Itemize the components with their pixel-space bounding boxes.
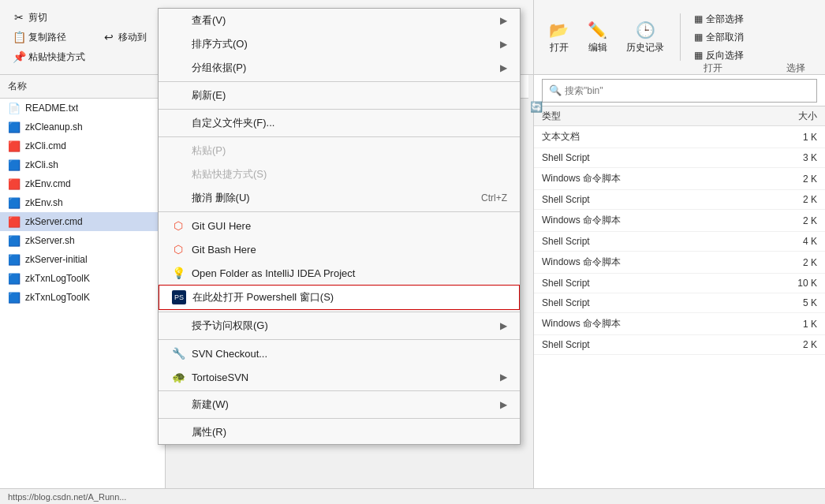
menu-icon xyxy=(171,13,185,28)
move-to-button[interactable]: ↩ 移动到 xyxy=(98,29,151,46)
menu-item[interactable]: 刷新(E) xyxy=(159,84,520,107)
edit-icon: ✏️ xyxy=(588,21,607,39)
menu-item[interactable]: 💡Open Folder as IntelliJ IDEA Project xyxy=(159,261,520,285)
file-item[interactable]: 🟦zkEnv.sh xyxy=(0,193,165,212)
select-all-button[interactable]: ▦ 全部选择 xyxy=(689,11,748,28)
menu-item-label: 属性(R) xyxy=(192,425,226,439)
tortoise-svn-icon: 🐢 xyxy=(171,370,185,384)
file-item[interactable]: 🟥zkCli.cmd xyxy=(0,136,165,155)
history-button[interactable]: 🕒 历史记录 xyxy=(619,17,671,58)
right-file-item[interactable]: 文本文档1 K xyxy=(534,126,825,148)
menu-icon xyxy=(171,398,185,412)
file-item[interactable]: 📄README.txt xyxy=(0,99,165,118)
menu-item-label: 授予访问权限(G) xyxy=(192,319,268,333)
file-name: zkServer.cmd xyxy=(25,216,83,227)
menu-item[interactable]: 分组依据(P)▶ xyxy=(159,56,520,80)
menu-item[interactable]: 粘贴(P) xyxy=(159,139,520,162)
file-type-icon: 🟥 xyxy=(8,177,21,190)
search-bar[interactable]: 🔍 xyxy=(542,79,817,103)
file-item[interactable]: 🟦zkTxnLogToolK xyxy=(0,269,165,288)
right-file-item[interactable]: Shell Script3 K xyxy=(534,148,825,168)
file-type-label: Shell Script xyxy=(542,194,778,205)
file-name: zkServer-initial xyxy=(25,254,88,265)
menu-item[interactable]: PS在此处打开 Powershell 窗口(S) xyxy=(159,285,520,310)
file-name: zkServer.sh xyxy=(25,235,75,246)
git-icon: ⬡ xyxy=(171,218,185,233)
paste-shortcut-label: 粘贴快捷方式 xyxy=(28,50,85,64)
refresh-icon[interactable]: 🔄 xyxy=(528,99,544,114)
search-icon: 🔍 xyxy=(549,84,562,96)
file-name: zkCli.sh xyxy=(25,159,58,170)
status-text: https://blog.csdn.net/A_Runn... xyxy=(8,492,126,502)
menu-item-label: TortoiseSVN xyxy=(192,371,248,383)
menu-item[interactable]: 粘贴快捷方式(S) xyxy=(159,162,520,186)
right-file-item[interactable]: Shell Script10 K xyxy=(534,274,825,293)
file-item[interactable]: 🟦zkServer.sh xyxy=(0,231,165,250)
right-file-item[interactable]: Windows 命令脚本2 K xyxy=(534,168,825,190)
file-size-label: 2 K xyxy=(778,215,817,226)
menu-item[interactable]: 排序方式(O)▶ xyxy=(159,32,520,56)
menu-item[interactable]: 🔧SVN Checkout... xyxy=(159,342,520,365)
file-size-label: 1 K xyxy=(778,132,817,143)
right-file-item[interactable]: Shell Script5 K xyxy=(534,293,825,313)
file-type-icon: 🟦 xyxy=(8,272,21,285)
file-name: zkCleanup.sh xyxy=(25,121,83,133)
deselect-all-button[interactable]: ▦ 全部取消 xyxy=(689,29,748,46)
menu-separator xyxy=(159,312,520,312)
file-type-label: Windows 命令脚本 xyxy=(542,214,778,227)
file-item[interactable]: 🟦zkTxnLogToolK xyxy=(0,288,165,307)
file-type-label: Windows 命令脚本 xyxy=(542,256,778,269)
search-area: 🔍 xyxy=(534,75,825,106)
file-item[interactable]: 🟦zkServer-initial xyxy=(0,250,165,269)
file-size-label: 5 K xyxy=(778,297,817,308)
right-file-item[interactable]: Shell Script4 K xyxy=(534,232,825,252)
file-size-label: 10 K xyxy=(778,278,817,289)
file-type-icon: 🟦 xyxy=(8,121,21,133)
menu-item-label: 分组依据(P) xyxy=(192,61,246,75)
right-file-item[interactable]: Windows 命令脚本1 K xyxy=(534,313,825,335)
file-type-label: Windows 命令脚本 xyxy=(542,172,778,185)
file-item[interactable]: 🟦zkCleanup.sh xyxy=(0,118,165,136)
edit-button[interactable]: ✏️ 编辑 xyxy=(580,17,614,58)
right-file-item[interactable]: Shell Script2 K xyxy=(534,335,825,355)
file-item[interactable]: 🟥zkEnv.cmd xyxy=(0,174,165,193)
file-item[interactable]: 🟥zkServer.cmd xyxy=(0,212,165,231)
file-size-label: 4 K xyxy=(778,236,817,247)
invert-selection-label: 反向选择 xyxy=(706,49,744,62)
file-type-label: Shell Script xyxy=(542,152,778,163)
menu-item-label: 粘贴(P) xyxy=(192,144,226,158)
search-input[interactable] xyxy=(565,85,810,96)
select-section-label: 选择 xyxy=(786,62,805,75)
menu-icon xyxy=(171,191,185,205)
menu-icon xyxy=(171,425,185,439)
right-file-item[interactable]: Windows 命令脚本2 K xyxy=(534,252,825,274)
right-panel: 🔍 类型 大小 文本文档1 KShell Script3 KWindows 命令… xyxy=(533,75,825,504)
git-bash-icon: ⬡ xyxy=(171,242,185,256)
copy-path-button[interactable]: 📋 复制路径 xyxy=(8,29,90,46)
file-type-icon: 🟥 xyxy=(8,215,21,228)
menu-item[interactable]: 查看(V)▶ xyxy=(159,9,520,32)
submenu-arrow: ▶ xyxy=(500,399,507,410)
file-item[interactable]: 🟦zkCli.sh xyxy=(0,155,165,174)
menu-item[interactable]: 授予访问权限(G)▶ xyxy=(159,314,520,338)
menu-item[interactable]: 🐢TortoiseSVN▶ xyxy=(159,365,520,389)
cut-button[interactable]: ✂ 剪切 xyxy=(8,9,90,26)
powershell-icon: PS xyxy=(172,290,186,304)
right-file-item[interactable]: Windows 命令脚本2 K xyxy=(534,210,825,232)
file-name: zkEnv.sh xyxy=(25,197,63,208)
paste-shortcut-button[interactable]: 📌 粘贴快捷方式 xyxy=(8,49,90,65)
toolbar-divider xyxy=(680,13,681,61)
open-button[interactable]: 📂 打开 xyxy=(542,17,576,58)
menu-item[interactable]: 新建(W)▶ xyxy=(159,393,520,416)
menu-item[interactable]: ⬡Git Bash Here xyxy=(159,237,520,261)
menu-item[interactable]: 撤消 删除(U)Ctrl+Z xyxy=(159,186,520,210)
submenu-arrow: ▶ xyxy=(500,15,507,26)
right-file-item[interactable]: Shell Script2 K xyxy=(534,190,825,210)
menu-item[interactable]: 自定义文件夹(F)... xyxy=(159,111,520,135)
menu-item[interactable]: ⬡Git GUI Here xyxy=(159,214,520,237)
menu-icon xyxy=(171,116,185,130)
menu-icon xyxy=(171,88,185,103)
file-type-icon: 🟦 xyxy=(8,253,21,266)
menu-item[interactable]: 属性(R) xyxy=(159,420,520,444)
file-type-icon: 🟥 xyxy=(8,140,21,152)
